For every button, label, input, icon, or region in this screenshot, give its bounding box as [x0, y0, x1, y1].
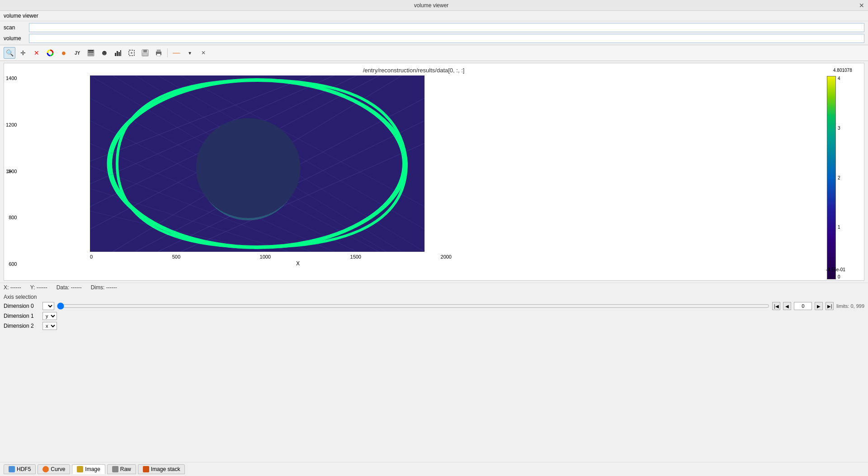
tab-image[interactable]: Image — [72, 464, 105, 474]
x-tick-0: 0 — [90, 254, 93, 259]
svg-rect-16 — [157, 54, 160, 56]
jy-tool[interactable]: JY — [71, 47, 83, 59]
orange-dot-tool[interactable]: ● — [58, 47, 70, 59]
x-tick-2000: 2000 — [441, 254, 452, 259]
volume-input[interactable] — [29, 34, 864, 43]
axis-selection-title: Axis selection — [4, 294, 864, 300]
colorbar-tick-3: 3 — [838, 126, 840, 131]
y-tick-1400: 1400 — [6, 75, 17, 81]
magnifier-tool[interactable]: 🔍 — [4, 47, 15, 59]
plot-container: /entry/reconstruction/results/data[0, :,… — [4, 63, 823, 280]
dims-status-label: Dims: ------ — [91, 284, 117, 291]
x-tick-1000: 1000 — [260, 254, 271, 259]
dim-0-label: Dimension 0 — [4, 303, 40, 309]
svg-rect-4 — [88, 54, 94, 56]
tab-hdf5-label: HDF5 — [17, 466, 31, 472]
plot-svg-wrapper: Y 1400 1200 1000 800 600 — [27, 75, 819, 267]
y-tick-800: 800 — [9, 215, 17, 220]
y-tick-600: 600 — [9, 261, 17, 267]
colorbar-min: -9.56e-01 — [826, 267, 845, 272]
y-axis-label: Y — [7, 169, 14, 173]
svg-point-41 — [196, 118, 300, 218]
close-button[interactable]: ✕ — [859, 2, 864, 9]
y-status-label: Y: ------ — [30, 284, 47, 291]
dim-1-label: Dimension 1 — [4, 313, 40, 319]
dim-0-prev[interactable]: ◀ — [783, 302, 791, 310]
x-axis-label: X — [27, 260, 569, 267]
color-line-tool[interactable]: — — [170, 47, 182, 59]
roi-tool[interactable] — [126, 47, 137, 59]
dimension-1-row: Dimension 1 y — [4, 312, 864, 320]
app-header: volume viewer — [0, 11, 868, 21]
x-status-label: X: ------ — [4, 284, 21, 291]
tab-raw[interactable]: Raw — [107, 464, 136, 474]
svg-rect-15 — [157, 50, 160, 52]
raw-icon — [112, 466, 118, 472]
reset-tool[interactable]: ✕ — [31, 47, 42, 59]
color-wheel-tool[interactable] — [44, 47, 56, 59]
save-tool[interactable] — [139, 47, 151, 59]
dim-0-value[interactable] — [794, 302, 812, 310]
dim-0-next-next[interactable]: ▶| — [826, 302, 834, 310]
colorbar-tick-0: 0 — [838, 274, 840, 279]
volume-row: volume — [4, 34, 864, 43]
tab-hdf5[interactable]: HDF5 — [4, 464, 36, 474]
svg-rect-2 — [88, 50, 94, 52]
colorbar-tick-1: 1 — [838, 225, 840, 230]
svg-point-10 — [131, 52, 132, 54]
tab-imagestack[interactable]: Image stack — [138, 464, 185, 474]
dimension-2-row: Dimension 2 x — [4, 322, 864, 330]
colorbar-area: 4.801078 4 3 2 1 0 -9.56e-01 — [823, 63, 864, 280]
dim-2-select[interactable]: x — [42, 322, 57, 330]
mask-tool[interactable]: ☻ — [99, 47, 110, 59]
dim-0-slider-container — [57, 302, 769, 310]
data-status-label: Data: ------ — [57, 284, 82, 291]
x-tick-1500: 1500 — [350, 254, 361, 259]
bottom-tabs: HDF5 Curve Image Raw Image stack — [0, 462, 868, 476]
scan-row: scan — [4, 23, 864, 32]
plot-title: /entry/reconstruction/results/data[0, :,… — [4, 63, 823, 75]
tab-curve[interactable]: Curve — [38, 464, 70, 474]
dim-0-limits: limits: 0, 999 — [836, 303, 864, 309]
plot-wrapper: /entry/reconstruction/results/data[0, :,… — [4, 63, 864, 281]
colorbar-gradient — [827, 76, 836, 279]
colormap-bar-tool[interactable] — [85, 47, 97, 59]
imagestack-icon — [143, 466, 149, 472]
svg-rect-8 — [120, 50, 121, 56]
hdf5-icon — [9, 466, 15, 472]
dim-0-slider[interactable] — [57, 302, 769, 310]
dim-1-select[interactable]: y — [42, 312, 57, 320]
app-label: volume viewer — [4, 13, 38, 19]
data-status-value: ------ — [71, 284, 82, 291]
plot-svg — [27, 75, 569, 252]
dim-0-next[interactable]: ▶ — [815, 302, 823, 310]
dropdown-arrow-tool[interactable]: ▼ — [184, 47, 196, 59]
fields-section: scan volume — [0, 21, 868, 45]
volume-label: volume — [4, 35, 26, 42]
status-bar: X: ------ Y: ------ Data: ------ Dims: -… — [0, 283, 868, 292]
y-status-value: ------ — [37, 284, 47, 291]
scan-input[interactable] — [29, 23, 864, 32]
svg-rect-5 — [115, 53, 116, 56]
dim-2-label: Dimension 2 — [4, 323, 40, 329]
tab-raw-label: Raw — [120, 466, 131, 472]
tab-image-label: Image — [85, 466, 100, 472]
dimension-0-row: Dimension 0 |◀ ◀ ▶ ▶| limits: 0, 999 — [4, 302, 864, 310]
dims-status-value: ------ — [106, 284, 117, 291]
svg-rect-7 — [118, 52, 120, 56]
tab-curve-label: Curve — [51, 466, 65, 472]
histogram-tool[interactable] — [112, 47, 124, 59]
crosshair-tool[interactable]: ✛ — [17, 47, 29, 59]
dim-0-prev-prev[interactable]: |◀ — [772, 302, 780, 310]
y-tick-1200: 1200 — [6, 122, 17, 127]
image-icon — [77, 466, 83, 472]
toolbar-separator-1 — [167, 48, 168, 57]
scan-label: scan — [4, 24, 26, 31]
svg-rect-3 — [88, 52, 94, 53]
close-x-tool[interactable]: ✕ — [198, 47, 209, 59]
dim-0-select[interactable] — [42, 302, 54, 310]
print-tool[interactable] — [153, 47, 165, 59]
axis-selection-section: Axis selection Dimension 0 |◀ ◀ ▶ ▶| lim… — [0, 292, 868, 334]
colorbar-ticks: 4 3 2 1 0 — [838, 76, 840, 279]
toolbar: 🔍 ✛ ✕ ● JY ☻ — ▼ ✕ — [0, 45, 868, 61]
